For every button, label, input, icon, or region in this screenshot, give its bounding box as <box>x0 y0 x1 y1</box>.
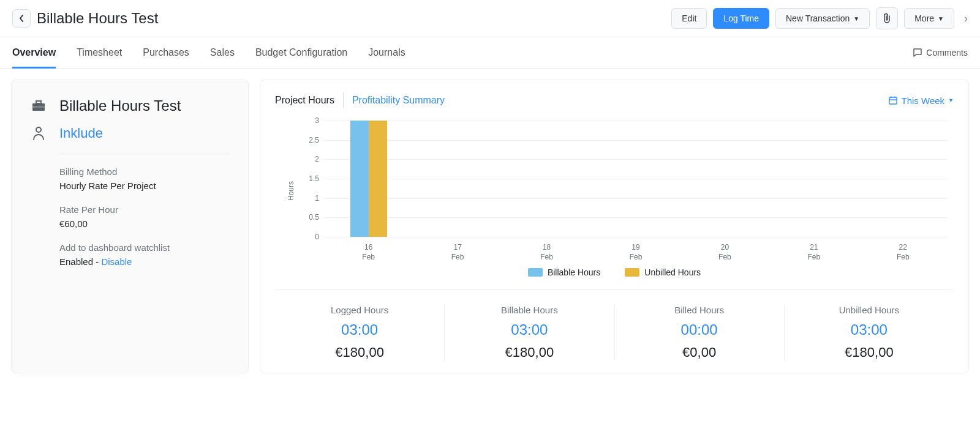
watchlist-disable-link[interactable]: Disable <box>101 256 132 267</box>
back-button[interactable] <box>12 9 31 28</box>
watchlist-status: Enabled <box>59 256 93 267</box>
more-button[interactable]: More ▼ <box>904 8 954 29</box>
bar-slot <box>859 121 948 237</box>
calendar-icon <box>888 95 898 105</box>
x-tick: 17Feb <box>413 239 502 261</box>
stat-value: 03:00 <box>791 321 948 338</box>
x-tick: 20Feb <box>680 239 769 261</box>
edit-button[interactable]: Edit <box>671 8 707 29</box>
stat-value: 00:00 <box>621 321 778 338</box>
comment-icon <box>913 48 922 58</box>
y-tick: 1.5 <box>309 174 319 183</box>
edit-button-label: Edit <box>682 13 696 23</box>
stat-label: Unbilled Hours <box>791 305 948 315</box>
stat-card: Billable Hours03:00€180,00 <box>444 305 614 360</box>
tab-journals[interactable]: Journals <box>368 37 405 68</box>
project-name: Billable Hours Test <box>59 97 181 114</box>
hours-chart: Hours 00.511.522.53 16Feb17Feb18Feb19Feb… <box>300 121 954 261</box>
watchlist-label: Add to dashboard watchlist <box>59 242 230 253</box>
legend-item: Unbilled Hours <box>625 267 701 277</box>
chart-legend: Billable HoursUnbilled Hours <box>275 267 954 277</box>
person-icon <box>30 126 47 141</box>
tab-purchases[interactable]: Purchases <box>143 37 189 68</box>
tab-budget-configuration[interactable]: Budget Configuration <box>255 37 347 68</box>
y-tick: 2.5 <box>309 136 319 144</box>
svg-rect-2 <box>32 106 45 108</box>
stat-amount: €180,00 <box>451 345 608 360</box>
y-tick: 0.5 <box>309 213 319 222</box>
x-tick: 22Feb <box>859 239 948 261</box>
tab-sales[interactable]: Sales <box>210 37 235 68</box>
paperclip-icon <box>883 13 891 24</box>
x-tick: 16Feb <box>324 239 413 261</box>
period-label: This Week <box>902 95 945 106</box>
period-picker[interactable]: This Week ▼ <box>888 95 954 106</box>
new-transaction-button[interactable]: New Transaction ▼ <box>775 8 870 29</box>
new-transaction-label: New Transaction <box>786 13 850 23</box>
bar-unbilled <box>369 121 387 237</box>
stat-card: Billed Hours00:00€0,00 <box>614 305 784 360</box>
log-time-button-label: Log Time <box>723 13 759 23</box>
rate-value: €60,00 <box>59 218 230 229</box>
legend-swatch <box>528 268 543 277</box>
stat-amount: €0,00 <box>621 345 778 360</box>
rate-label: Rate Per Hour <box>59 204 230 215</box>
briefcase-icon <box>30 99 47 113</box>
more-button-label: More <box>914 13 934 23</box>
page-title: Billable Hours Test <box>37 10 665 27</box>
stat-amount: €180,00 <box>791 345 948 360</box>
stat-value: 03:00 <box>451 321 608 338</box>
legend-swatch <box>625 268 639 277</box>
bar-slot <box>769 121 858 237</box>
stat-card: Unbilled Hours03:00€180,00 <box>784 305 954 360</box>
attachment-button[interactable] <box>876 7 898 29</box>
y-axis-label: Hours <box>287 181 295 201</box>
bar-slot <box>680 121 769 237</box>
stat-card: Logged Hours03:00€180,00 <box>275 305 444 360</box>
svg-rect-1 <box>36 101 41 103</box>
main-panel: Project Hours Profitability Summary This… <box>260 80 969 373</box>
project-sidebar: Billable Hours Test Inklude Billing Meth… <box>11 80 249 373</box>
legend-item: Billable Hours <box>528 267 600 277</box>
stat-label: Billable Hours <box>451 305 608 315</box>
tab-overview[interactable]: Overview <box>12 37 56 68</box>
y-tick: 1 <box>315 194 319 203</box>
billing-method-label: Billing Method <box>59 166 230 177</box>
x-tick: 18Feb <box>502 239 591 261</box>
watchlist-sep: - <box>93 256 101 267</box>
bar-slot <box>591 121 680 237</box>
legend-label: Billable Hours <box>548 267 600 277</box>
y-tick: 0 <box>315 233 319 241</box>
stat-label: Logged Hours <box>281 305 438 315</box>
bar-slot <box>502 121 591 237</box>
y-tick: 2 <box>315 155 319 163</box>
chevron-right-icon: › <box>964 12 968 25</box>
gridline <box>324 237 948 237</box>
stat-label: Billed Hours <box>621 305 778 315</box>
sub-tab-project-hours[interactable]: Project Hours <box>275 92 343 108</box>
svg-rect-4 <box>889 97 897 104</box>
caret-down-icon: ▼ <box>948 97 954 103</box>
stat-amount: €180,00 <box>281 345 438 360</box>
x-tick: 21Feb <box>769 239 858 261</box>
billing-method-value: Hourly Rate Per Project <box>59 181 230 191</box>
y-tick: 3 <box>315 116 319 125</box>
stat-value: 03:00 <box>281 321 438 338</box>
client-link[interactable]: Inklude <box>59 125 103 141</box>
bar-billable <box>350 121 369 237</box>
divider <box>59 154 230 154</box>
bar-slot <box>324 121 413 237</box>
bar-slot <box>413 121 502 237</box>
tabs-bar: OverviewTimesheetPurchasesSalesBudget Co… <box>0 37 980 69</box>
log-time-button[interactable]: Log Time <box>713 8 769 29</box>
comments-button[interactable]: Comments <box>913 48 968 58</box>
comments-label: Comments <box>926 48 968 58</box>
x-tick: 19Feb <box>591 239 680 261</box>
svg-point-3 <box>36 127 41 132</box>
caret-down-icon: ▼ <box>938 15 944 22</box>
caret-down-icon: ▼ <box>853 15 859 22</box>
sub-tab-profitability[interactable]: Profitability Summary <box>343 92 453 108</box>
stats-row: Logged Hours03:00€180,00Billable Hours03… <box>275 289 954 360</box>
tab-timesheet[interactable]: Timesheet <box>77 37 122 68</box>
legend-label: Unbilled Hours <box>644 267 701 277</box>
